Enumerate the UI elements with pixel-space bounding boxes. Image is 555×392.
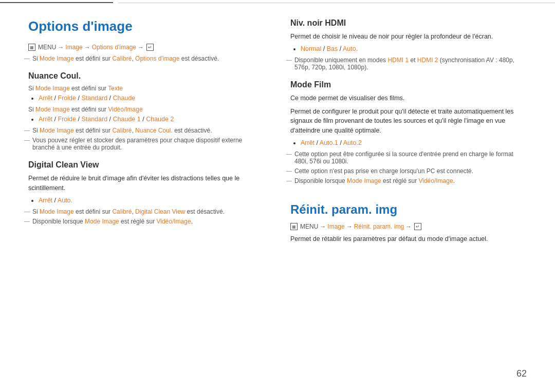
mode-film-note-2: Cette option n'est pas prise en charge l… (290, 167, 527, 175)
nuance-bullet-2: Arrêt / Froide / Standard / Chaude 1 / C… (39, 116, 265, 123)
note-middle: est défini sur (74, 55, 113, 62)
enter-icon: ↵ (146, 44, 154, 51)
reinit-item2: Réinit. param. img (354, 223, 404, 230)
note-highlight1: Mode Image (40, 55, 74, 62)
menu-arrow1: → (58, 44, 64, 51)
menu-prefix: MENU (38, 44, 56, 51)
top-decoration (0, 0, 555, 3)
reinit-desc: Permet de rétablir les paramètres par dé… (290, 234, 527, 244)
mode-film-desc2: Permet de configurer le produit pour qu'… (290, 107, 527, 136)
digital-note-2: Disponible lorsque Mode Image est réglé … (28, 218, 265, 225)
note-end: est désactivé. (179, 55, 219, 62)
nuance-note-2-text: Vous pouvez régler et stocker des paramè… (32, 137, 242, 151)
mode-film-bullet-1: Arrêt / Auto.1 / Auto.2 (301, 139, 527, 146)
nuance-bullet-list-2: Arrêt / Froide / Standard / Chaude 1 / C… (28, 116, 265, 123)
nuance-coul-title: Nuance Coul. (28, 71, 265, 81)
mode-film-note-1-text: Cette option peut être configurée si la … (294, 151, 513, 165)
nuance-if-texte: Si Mode Image est défini sur Texte (28, 85, 265, 92)
digital-bullet-1: Arrêt / Auto. (39, 197, 265, 204)
note-highlight2: Calibré (112, 55, 132, 62)
digital-clean-view-desc: Permet de réduire le bruit d'image afin … (28, 174, 265, 193)
reinit-menu-path: ▦ MENU → Image → Réinit. param. img → ↵ (290, 223, 527, 230)
mode-film-note-2-text: Cette option n'est pas prise en charge l… (294, 167, 473, 175)
menu-item2: Options d'image (92, 44, 136, 51)
right-column: Niv. noir HDMI Permet de choisir le nive… (290, 18, 527, 392)
note-before: Si (32, 55, 40, 62)
nuance-bullet-list-1: Arrêt / Froide / Standard / Chaude (28, 95, 265, 102)
digital-bullet-list: Arrêt / Auto. (28, 197, 265, 204)
page-number: 62 (516, 368, 527, 379)
reinit-item1: Image (327, 223, 344, 230)
mode-film-desc1: Ce mode permet de visualiser des films. (290, 94, 527, 103)
menu-arrow2: → (84, 44, 90, 51)
menu-note: Si Mode Image est défini sur Calibré, Op… (28, 55, 265, 62)
reinit-enter-icon: ↵ (414, 223, 421, 230)
niv-note-1: Disponible uniquement en modes HDMI 1 et… (290, 57, 527, 71)
niv-noir-hdmi-desc: Permet de choisir le niveau de noir pour… (290, 32, 527, 42)
menu-arrow3: → (138, 44, 144, 51)
nuance-coul-section: Nuance Coul. Si Mode Image est défini su… (28, 71, 265, 151)
digital-clean-view-section: Digital Clean View Permet de réduire le … (28, 160, 265, 225)
digital-clean-view-title: Digital Clean View (28, 160, 265, 170)
nuance-note-1: Si Mode Image est défini sur Calibré, Nu… (28, 127, 265, 134)
niv-bullet-list: Normal / Bas / Auto. (290, 45, 527, 52)
reinit-title: Réinit. param. img (290, 202, 527, 217)
menu-icon: ▦ (28, 44, 35, 51)
reinit-menu-icon: ▦ (290, 223, 298, 230)
niv-noir-hdmi-section: Niv. noir HDMI Permet de choisir le nive… (290, 18, 527, 71)
mode-film-title: Mode Film (290, 80, 527, 89)
nuance-note-2: Vous pouvez régler et stocker des paramè… (28, 137, 265, 151)
niv-noir-hdmi-title: Niv. noir HDMI (290, 18, 527, 28)
mode-film-note-3: Disponible lorsque Mode Image est réglé … (290, 177, 527, 184)
mode-film-bullet-list: Arrêt / Auto.1 / Auto.2 (290, 139, 527, 146)
note-highlight3: Options d'image (135, 55, 179, 62)
main-title: Options d'image (28, 18, 265, 34)
menu-path: ▦ MENU → Image → Options d'image → ↵ (28, 44, 265, 51)
reinit-section: Réinit. param. img ▦ MENU → Image → Réin… (290, 202, 527, 244)
mode-film-note-1: Cette option peut être configurée si la … (290, 151, 527, 165)
menu-item1: Image (65, 44, 82, 51)
reinit-prefix: MENU (300, 223, 318, 230)
top-line-dark (0, 2, 113, 3)
digital-note-1: Si Mode Image est défini sur Calibré, Di… (28, 208, 265, 215)
nuance-if-video: Si Mode Image est défini sur Vidéo/Image (28, 106, 265, 113)
niv-bullet-1: Normal / Bas / Auto. (301, 45, 527, 52)
left-column: Options d'image ▦ MENU → Image → Options… (28, 18, 265, 392)
nuance-bullet-1: Arrêt / Froide / Standard / Chaude (39, 95, 265, 102)
top-line-light (118, 3, 555, 3)
mode-film-section: Mode Film Ce mode permet de visualiser d… (290, 80, 527, 184)
